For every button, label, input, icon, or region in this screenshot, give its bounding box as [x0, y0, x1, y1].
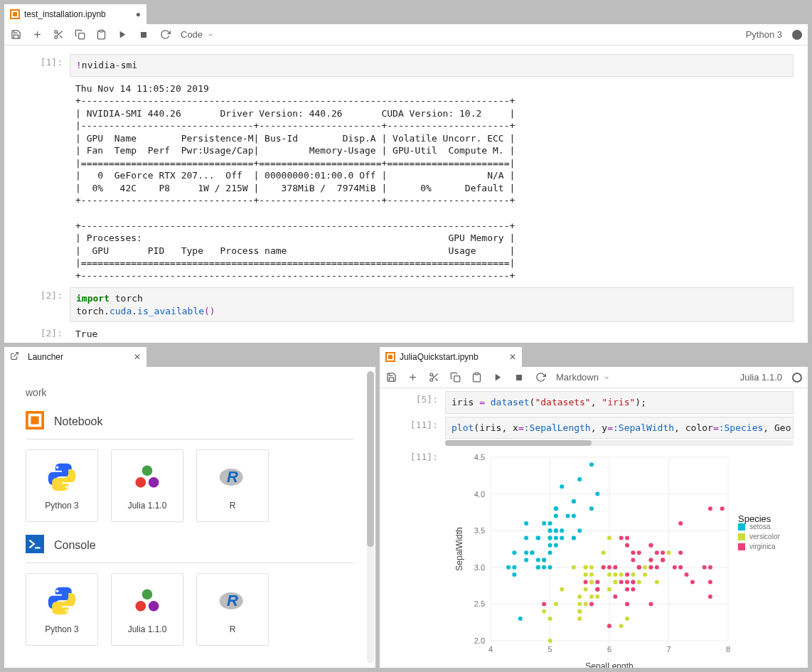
- tab-dirty-indicator[interactable]: ●: [136, 9, 141, 19]
- svg-point-99: [560, 484, 564, 489]
- svg-point-137: [602, 550, 606, 555]
- tabbar-top: test_installation.ipynb ●: [4, 4, 808, 24]
- kernel-icon: R: [217, 462, 248, 495]
- cell-type-select[interactable]: Markdown: [556, 372, 610, 383]
- restart-icon[interactable]: [159, 29, 171, 41]
- run-icon[interactable]: [492, 372, 503, 383]
- svg-text:versicolor: versicolor: [749, 533, 780, 540]
- paste-icon[interactable]: [95, 29, 107, 41]
- svg-line-40: [432, 375, 434, 377]
- svg-point-90: [554, 543, 558, 548]
- svg-text:3.0: 3.0: [474, 563, 485, 572]
- kernel-icon: [46, 585, 78, 619]
- kernel-name[interactable]: Python 3: [746, 29, 782, 40]
- add-cell-icon[interactable]: [407, 372, 418, 383]
- tab-julia-quickstart[interactable]: JuliaQuickstart.ipynb ✕: [380, 347, 522, 367]
- launcher-grid: Python 3Julia 1.1.0RR: [26, 573, 354, 646]
- notebook-cells-julia[interactable]: [5]:iris = dataset("datasets", "iris");[…: [380, 388, 808, 668]
- tab-launcher[interactable]: Launcher ✕: [4, 347, 146, 367]
- svg-rect-41: [454, 376, 459, 382]
- copy-icon[interactable]: [449, 372, 461, 383]
- cut-icon[interactable]: [428, 372, 439, 383]
- cell-type-select[interactable]: Code: [181, 29, 214, 40]
- svg-point-165: [554, 602, 558, 606]
- svg-text:virginica: virginica: [749, 543, 776, 550]
- svg-marker-43: [495, 374, 501, 381]
- kernel-status-indicator[interactable]: [792, 373, 802, 383]
- svg-point-113: [554, 506, 558, 511]
- launcher-pane: Launcher ✕ work NotebookPython 3Julia 1.…: [4, 347, 375, 668]
- copy-icon[interactable]: [74, 29, 85, 41]
- svg-point-215: [619, 536, 624, 540]
- cut-icon[interactable]: [53, 29, 64, 41]
- cell[interactable]: [2]:import torch torch.cuda.is_available…: [4, 286, 808, 324]
- stop-icon[interactable]: [513, 372, 525, 383]
- launcher-card[interactable]: Python 3: [26, 573, 98, 646]
- svg-point-114: [524, 550, 528, 555]
- code-input[interactable]: plot(iris, x=:SepalLength, y=:SepalWidth…: [445, 417, 794, 439]
- toolbar-top: Code Python 3: [4, 24, 808, 46]
- tab-title: JuliaQuickstart.ipynb: [400, 352, 479, 362]
- notebook-cells-top[interactable]: [1]:!nvidia-smiThu Nov 14 11:05:20 2019 …: [4, 46, 808, 343]
- svg-text:4: 4: [488, 645, 493, 654]
- svg-point-186: [607, 624, 611, 628]
- svg-point-127: [548, 639, 552, 643]
- kernel-status-indicator[interactable]: [792, 30, 802, 40]
- run-icon[interactable]: [117, 29, 128, 41]
- tab-test-installation[interactable]: test_installation.ipynb ●: [4, 4, 146, 24]
- svg-point-212: [648, 565, 653, 570]
- launcher-card[interactable]: Python 3: [26, 449, 98, 522]
- svg-rect-1: [13, 12, 17, 16]
- svg-point-140: [613, 580, 617, 585]
- kernel-name[interactable]: Julia 1.1.0: [740, 372, 782, 383]
- close-icon[interactable]: ✕: [509, 352, 516, 362]
- code-input[interactable]: iris = dataset("datasets", "iris");: [445, 391, 794, 414]
- svg-point-93: [548, 536, 552, 540]
- svg-text:7: 7: [666, 645, 671, 654]
- stop-icon[interactable]: [138, 29, 149, 41]
- launcher-card[interactable]: Julia 1.1.0: [111, 573, 183, 646]
- svg-point-174: [685, 572, 689, 577]
- horizontal-scrollbar[interactable]: [445, 440, 794, 446]
- svg-point-143: [655, 580, 659, 585]
- scrollbar-vertical[interactable]: [367, 371, 374, 663]
- chevron-down-icon: [207, 31, 214, 38]
- svg-rect-9: [78, 33, 84, 39]
- svg-point-211: [648, 543, 653, 548]
- code-input[interactable]: import torch torch.cuda.is_available(): [70, 287, 794, 322]
- svg-point-172: [703, 565, 707, 570]
- svg-marker-11: [119, 31, 125, 38]
- code-input[interactable]: !nvidia-smi: [70, 54, 794, 77]
- restart-icon[interactable]: [535, 372, 546, 383]
- launcher-card[interactable]: Julia 1.1.0: [111, 449, 183, 522]
- prompt-in: [2]:: [4, 287, 70, 322]
- svg-point-151: [572, 565, 576, 570]
- svg-text:6: 6: [607, 645, 611, 654]
- paste-icon[interactable]: [471, 372, 482, 383]
- svg-point-185: [708, 594, 712, 599]
- launcher-card[interactable]: RR: [196, 449, 269, 522]
- launcher-card[interactable]: RR: [196, 573, 269, 646]
- close-icon[interactable]: ✕: [134, 352, 141, 362]
- launcher-section-header: Notebook: [26, 411, 354, 432]
- add-cell-icon[interactable]: [31, 29, 43, 41]
- svg-point-160: [548, 617, 552, 621]
- svg-point-194: [613, 565, 617, 570]
- svg-point-95: [560, 536, 564, 540]
- svg-point-80: [506, 565, 511, 570]
- svg-point-102: [548, 550, 552, 555]
- save-icon[interactable]: [385, 372, 397, 383]
- save-icon[interactable]: [10, 29, 21, 41]
- svg-point-84: [554, 528, 558, 533]
- svg-rect-10: [100, 30, 103, 32]
- cell[interactable]: [11]:plot(iris, x=:SepalLength, y=:Sepal…: [380, 415, 808, 448]
- svg-point-101: [542, 558, 546, 562]
- svg-point-142: [643, 565, 647, 570]
- svg-point-120: [577, 617, 582, 621]
- svg-point-104: [542, 521, 546, 526]
- cell[interactable]: [5]:iris = dataset("datasets", "iris");: [380, 390, 808, 415]
- notebook-pane-julia: JuliaQuickstart.ipynb ✕ Markdown Julia 1…: [380, 347, 808, 668]
- svg-rect-12: [141, 32, 146, 38]
- prompt-in: [11]:: [380, 417, 445, 447]
- cell[interactable]: [1]:!nvidia-smi: [4, 53, 808, 78]
